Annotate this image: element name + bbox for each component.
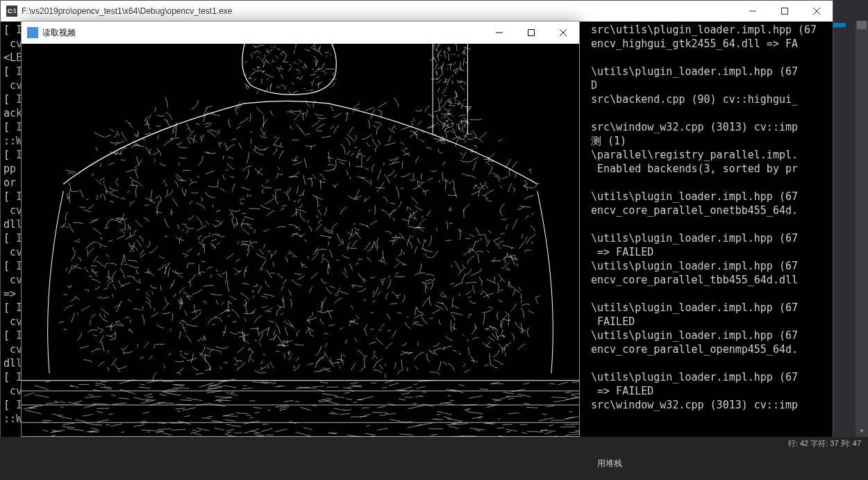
console-right-text: src\utils\plugin_loader.impl.hpp (67 enc…	[591, 23, 817, 412]
opencv-window-controls	[483, 22, 579, 44]
svg-rect-8	[22, 44, 579, 479]
console-title: F:\vs2019pro\opencv_test1\x64\Debug\open…	[22, 6, 737, 16]
vs-callstack-label: 用堆栈	[597, 458, 622, 470]
opencv-window-icon	[27, 27, 38, 38]
opencv-maximize-button[interactable]	[515, 22, 547, 44]
vs-cursor-position: 行: 42 字符: 37 列: 47	[788, 438, 861, 449]
vs-blue-indicator	[833, 23, 846, 27]
vs-scrollbar[interactable]	[856, 21, 868, 438]
console-icon: C:\	[6, 6, 17, 17]
opencv-titlebar[interactable]: 读取视频	[22, 22, 579, 44]
console-minimize-button[interactable]	[737, 1, 769, 22]
console-titlebar[interactable]: C:\ F:\vs2019pro\opencv_test1\x64\Debug\…	[1, 1, 833, 22]
vs-scrollbar-thumb[interactable]	[857, 21, 867, 29]
vs-scrollbar-down-arrow[interactable]: ▼	[856, 424, 868, 437]
console-close-button[interactable]	[801, 1, 833, 22]
svg-rect-1	[782, 8, 788, 15]
console-maximize-button[interactable]	[769, 1, 801, 22]
opencv-minimize-button[interactable]	[483, 22, 515, 44]
opencv-window-title: 读取视频	[42, 27, 483, 39]
opencv-edge-image	[22, 44, 579, 479]
vs-bottom-panel: 行: 42 字符: 37 列: 47 用堆栈	[0, 437, 868, 480]
opencv-image-window: 读取视频	[21, 21, 580, 479]
console-window-controls	[737, 1, 833, 22]
svg-rect-5	[528, 30, 535, 36]
opencv-close-button[interactable]	[547, 22, 579, 44]
